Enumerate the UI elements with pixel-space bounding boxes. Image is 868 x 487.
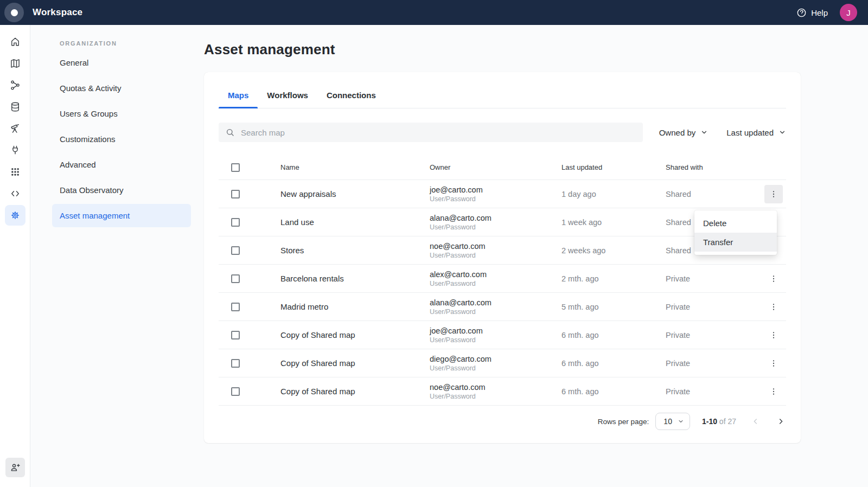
owned-by-filter[interactable]: Owned by <box>659 128 709 137</box>
row-checkbox[interactable] <box>231 274 240 283</box>
sidebar-section-label: ORGANIZATION <box>60 40 191 47</box>
last-updated-cell: 1 day ago <box>561 190 666 198</box>
owner-email: noe@carto.com <box>430 242 561 251</box>
map-name: Copy of Shared map <box>280 358 430 368</box>
row-checkbox[interactable] <box>231 303 240 311</box>
sidebar-item-general[interactable]: General <box>52 51 191 74</box>
sidebar-item-data-observatory[interactable]: Data Observatory <box>52 178 191 202</box>
shared-with-cell: Private <box>666 387 764 396</box>
last-updated-cell: 6 mth. ago <box>561 387 666 396</box>
row-menu-button[interactable] <box>764 354 783 373</box>
owner-auth: User/Password <box>430 364 561 372</box>
rail-item-data[interactable] <box>5 97 25 117</box>
tab-workflows[interactable]: Workflows <box>258 84 317 108</box>
sidebar-item-customizations[interactable]: Customizations <box>52 127 191 151</box>
pagination: Rows per page: 10 1-10 of 27 <box>219 406 786 433</box>
user-avatar[interactable]: J <box>840 4 857 21</box>
owner-auth: User/Password <box>430 195 561 203</box>
chevron-down-icon <box>778 129 786 136</box>
row-checkbox[interactable] <box>231 359 240 368</box>
search-input[interactable] <box>240 127 636 138</box>
sidebar-item-quotas-activity[interactable]: Quotas & Activity <box>52 76 191 100</box>
asset-management-card: Maps Workflows Connections Owned by Last… <box>204 72 801 443</box>
next-page-button[interactable] <box>775 416 786 427</box>
chevron-down-icon <box>678 418 684 425</box>
rail-item-data-observatory[interactable] <box>5 118 25 139</box>
shared-with-cell: Private <box>666 359 764 368</box>
column-owner: Owner <box>430 163 561 171</box>
last-updated-cell: 6 mth. ago <box>561 331 666 339</box>
sidebar-item-advanced[interactable]: Advanced <box>52 153 191 176</box>
rail-item-developers[interactable] <box>5 183 25 204</box>
code-icon <box>10 188 21 199</box>
table-row: Barcelona rentals alex@carto.comUser/Pas… <box>219 265 786 293</box>
person-add-icon <box>10 462 21 473</box>
shared-with-cell: Private <box>666 331 764 339</box>
select-all-checkbox[interactable] <box>231 163 240 172</box>
invite-user-button[interactable] <box>5 458 25 477</box>
sidebar-item-asset-management[interactable]: Asset management <box>52 204 191 227</box>
owner-email: joe@carto.com <box>430 185 561 194</box>
tab-maps[interactable]: Maps <box>219 84 258 108</box>
rail-item-settings[interactable] <box>5 205 25 226</box>
rail-item-applications[interactable] <box>5 162 25 182</box>
previous-page-button[interactable] <box>750 416 761 427</box>
page-range: 1-10 of 27 <box>702 417 736 426</box>
last-updated-cell: 1 week ago <box>561 218 666 227</box>
help-button[interactable]: Help <box>796 8 828 18</box>
sidebar-item-users-groups[interactable]: Users & Groups <box>52 102 191 125</box>
last-updated-cell: 2 weeks ago <box>561 246 666 255</box>
last-updated-cell: 5 mth. ago <box>561 303 666 311</box>
row-checkbox[interactable] <box>231 190 240 198</box>
table-row: New appraisals joe@carto.comUser/Passwor… <box>219 180 786 208</box>
owner-email: joe@carto.com <box>430 326 561 335</box>
last-updated-cell: 6 mth. ago <box>561 359 666 368</box>
database-icon <box>10 101 21 112</box>
tab-connections[interactable]: Connections <box>317 84 385 108</box>
column-shared-with: Shared with <box>666 163 764 171</box>
owner-email: noe@carto.com <box>430 383 561 392</box>
telescope-icon <box>10 123 21 134</box>
top-bar: Workspace Help J <box>0 0 868 25</box>
row-checkbox[interactable] <box>231 246 240 255</box>
last-updated-label: Last updated <box>726 128 774 137</box>
column-name: Name <box>280 163 430 171</box>
kebab-icon <box>769 387 778 396</box>
row-checkbox[interactable] <box>231 331 240 339</box>
owner-email: alex@carto.com <box>430 270 561 279</box>
owned-by-label: Owned by <box>659 128 696 137</box>
rail-item-maps[interactable] <box>5 53 25 74</box>
rows-per-page-select[interactable]: 10 <box>655 413 690 430</box>
row-checkbox[interactable] <box>231 218 240 227</box>
help-label: Help <box>811 8 828 17</box>
last-updated-filter[interactable]: Last updated <box>726 128 786 137</box>
search-map-field <box>219 123 643 142</box>
avatar-initial: J <box>846 8 851 17</box>
menu-item-transfer[interactable]: Transfer <box>694 233 777 252</box>
rows-per-page-value: 10 <box>663 417 672 426</box>
row-menu-button[interactable] <box>764 270 783 288</box>
map-name: Stores <box>280 246 430 255</box>
map-name: Madrid metro <box>280 302 430 311</box>
rail-item-workflows[interactable] <box>5 75 25 95</box>
row-menu-button[interactable] <box>764 382 783 401</box>
rail-item-home[interactable] <box>5 31 25 52</box>
owner-auth: User/Password <box>430 252 561 259</box>
row-checkbox[interactable] <box>231 387 240 396</box>
row-menu-button[interactable] <box>764 185 783 203</box>
owner-auth: User/Password <box>430 223 561 231</box>
logo-dot-icon <box>11 9 18 16</box>
row-menu-button[interactable] <box>764 298 783 316</box>
row-menu-button[interactable] <box>764 326 783 344</box>
owner-email: alana@carto.com <box>430 214 561 222</box>
chevron-right-icon <box>776 417 785 426</box>
rail-item-connections[interactable] <box>5 140 25 161</box>
owner-auth: User/Password <box>430 393 561 400</box>
kebab-icon <box>769 190 778 198</box>
table-row: Copy of Shared map joe@carto.comUser/Pas… <box>219 321 786 349</box>
home-icon <box>10 36 21 47</box>
map-name: New appraisals <box>280 189 430 198</box>
menu-item-delete[interactable]: Delete <box>694 214 777 233</box>
page-title: Asset management <box>204 41 801 58</box>
app-title: Workspace <box>33 7 82 18</box>
